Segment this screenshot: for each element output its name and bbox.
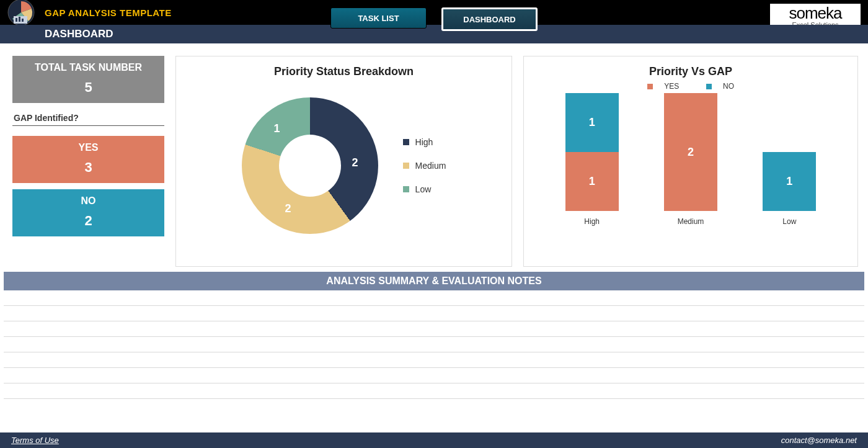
bar-stacks: 1 1 High 2 Medium 1 Low — [542, 96, 839, 226]
notes-heading: ANALYSIS SUMMARY & EVALUATION NOTES — [4, 272, 864, 290]
legend-medium: Medium — [403, 161, 446, 171]
bar-title: Priority Vs GAP — [524, 56, 857, 82]
priority-breakdown-chart: Priority Status Breakdown 2 2 1 High Med… — [175, 56, 512, 267]
swatch-high-icon — [403, 139, 409, 145]
gap-no-value: 2 — [15, 213, 162, 229]
bar-legend-yes-label: YES — [664, 82, 679, 91]
total-task-box: TOTAL TASK NUMBER 5 — [12, 56, 164, 103]
swatch-no-icon — [706, 84, 712, 89]
priority-vs-gap-chart: Priority Vs GAP YES NO 1 1 — [523, 56, 858, 267]
donut-title: Priority Status Breakdown — [176, 56, 512, 82]
bar-legend: YES NO — [542, 82, 839, 91]
bar-col-medium: 2 Medium — [657, 93, 725, 226]
svg-rect-2 — [16, 18, 17, 22]
note-row[interactable] — [4, 337, 864, 352]
seg-high-yes: 1 — [565, 152, 619, 211]
bar-col-high: 1 1 High — [558, 93, 626, 226]
bar-cat-low: Low — [782, 217, 796, 226]
bar-legend-yes: YES — [641, 82, 688, 91]
legend-high: High — [403, 137, 446, 147]
bar-cat-medium: Medium — [678, 217, 704, 226]
app-logo-icon — [7, 0, 35, 26]
swatch-medium-icon — [403, 163, 409, 169]
notes-rows — [4, 290, 864, 399]
legend-low-label: Low — [415, 184, 432, 194]
legend-high-label: High — [415, 137, 433, 147]
donut-value-medium: 2 — [285, 202, 291, 215]
nav-dashboard-button[interactable]: DASHBOARD — [441, 7, 538, 31]
gap-no-label: NO — [15, 195, 162, 207]
stats-column: TOTAL TASK NUMBER 5 GAP Identified? YES … — [12, 56, 164, 267]
legend-medium-label: Medium — [415, 161, 446, 171]
template-title: GAP ANALYSIS TEMPLATE — [45, 7, 172, 18]
donut-value-low: 1 — [274, 122, 280, 135]
dashboard-area: TOTAL TASK NUMBER 5 GAP Identified? YES … — [0, 43, 868, 272]
nav-task-list-button[interactable]: TASK LIST — [330, 7, 427, 29]
donut-legend: High Medium Low — [403, 137, 446, 194]
note-row[interactable] — [4, 321, 864, 337]
svg-rect-3 — [19, 17, 20, 22]
total-task-label: TOTAL TASK NUMBER — [15, 62, 162, 73]
bar-cat-high: High — [584, 217, 600, 226]
note-row[interactable] — [4, 290, 864, 306]
footer-bar: Terms of Use contact@someka.net — [0, 432, 868, 448]
donut-graphic: 2 2 1 — [242, 97, 378, 234]
gap-yes-box: YES 3 — [12, 136, 164, 183]
swatch-yes-icon — [647, 84, 653, 89]
gap-yes-value: 3 — [15, 159, 162, 176]
swatch-low-icon — [403, 186, 409, 192]
total-task-value: 5 — [15, 79, 162, 96]
gap-identified-label: GAP Identified? — [12, 109, 164, 126]
sub-header-bar: DASHBOARD TASK LIST DASHBOARD — [0, 25, 868, 43]
seg-high-no: 1 — [565, 93, 619, 152]
bar-col-low: 1 Low — [755, 152, 823, 226]
gap-no-box: NO 2 — [12, 189, 164, 236]
donut-value-high: 2 — [352, 156, 358, 169]
gap-yes-label: YES — [15, 142, 162, 153]
contact-email: contact@someka.net — [781, 436, 857, 445]
seg-medium-yes: 2 — [664, 93, 717, 211]
note-row[interactable] — [4, 352, 864, 368]
note-row[interactable] — [4, 306, 864, 321]
note-row[interactable] — [4, 383, 864, 399]
brand-name: someka — [776, 5, 854, 21]
page-title: DASHBOARD — [45, 28, 113, 40]
bar-legend-no-label: NO — [723, 82, 734, 91]
legend-low: Low — [403, 184, 446, 194]
note-row[interactable] — [4, 368, 864, 383]
nav-buttons: TASK LIST DASHBOARD — [330, 7, 538, 31]
svg-rect-4 — [22, 19, 24, 22]
seg-low-no: 1 — [763, 152, 816, 211]
terms-link[interactable]: Terms of Use — [11, 436, 59, 445]
bar-legend-no: NO — [700, 82, 740, 91]
